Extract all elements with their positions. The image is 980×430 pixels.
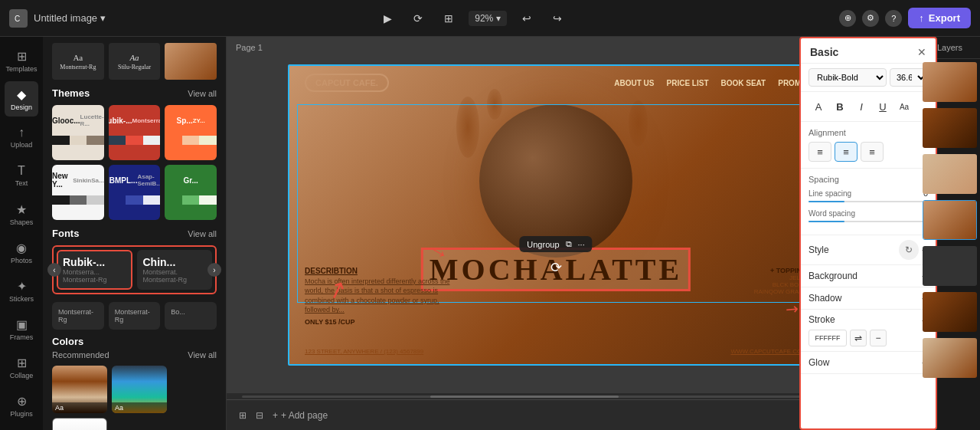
format-underline-button[interactable]: U bbox=[873, 97, 893, 117]
theme-card-ibmpl[interactable]: IBMPL...Asap-SemiB... bbox=[109, 165, 161, 220]
colors-view-all[interactable]: View all bbox=[188, 350, 217, 359]
font-grid: Rubik-... Montserra... Montserrat-Rg Chi… bbox=[52, 245, 217, 294]
format-italic-button[interactable]: I bbox=[851, 97, 871, 117]
font-card-montserrat-sub1[interactable]: Montserrat-Rg bbox=[52, 302, 104, 330]
share-icon[interactable]: ⊕ bbox=[839, 10, 856, 27]
color-grid: Aa Aa A bbox=[52, 366, 217, 430]
layer-thumb-7[interactable] bbox=[923, 338, 977, 378]
font-sample-montserrat-rg[interactable]: Aa Montserrat-Rg bbox=[52, 43, 104, 80]
layer-thumb-6[interactable] bbox=[923, 292, 977, 332]
themes-view-all[interactable]: View all bbox=[188, 89, 217, 98]
theme-card-newy[interactable]: New Y...SinkinSa... bbox=[52, 165, 104, 220]
align-right-button[interactable]: ≡ bbox=[861, 142, 884, 162]
play-button[interactable]: ▶ bbox=[377, 8, 398, 29]
theme-card-rubik[interactable]: Rubik-...Montserra... bbox=[109, 105, 161, 160]
coffee-circle bbox=[479, 104, 632, 258]
file-name[interactable]: Untitled image ▾ bbox=[34, 12, 106, 24]
format-bold-button[interactable]: B bbox=[830, 97, 850, 117]
stroke-row: Stroke + FFFFFF ⇌ − bbox=[801, 310, 936, 352]
fonts-view-all[interactable]: View all bbox=[188, 229, 217, 238]
canvas-area: Page 1 CAPCUT CAFE. ABOUT US PRICE LIST … bbox=[227, 37, 885, 430]
prop-title: Basic bbox=[810, 46, 838, 58]
layout-button[interactable]: ⊞ bbox=[438, 8, 459, 29]
word-spacing-slider[interactable] bbox=[808, 221, 928, 222]
layer-thumb-4[interactable] bbox=[923, 200, 977, 240]
settings-icon[interactable]: ⚙ bbox=[862, 10, 879, 27]
font-sample-stilu-regular[interactable]: Aa Stilu-Regular bbox=[109, 43, 161, 80]
style-refresh-button[interactable]: ↻ bbox=[899, 240, 919, 260]
sidebar-item-plugins[interactable]: ⊕ Plugins bbox=[5, 389, 38, 424]
ungroup-bar: Ungroup ⧉ ··· bbox=[519, 236, 592, 252]
sidebar-item-upload[interactable]: ↑ Upload bbox=[5, 120, 38, 155]
font-card-chin[interactable]: Chin... Montserrat. Montserrat-Rg bbox=[137, 250, 213, 290]
theme-card-sp[interactable]: Sp...ZY... bbox=[165, 105, 217, 160]
prop-close-button[interactable]: ✕ bbox=[917, 46, 926, 58]
line-spacing-label: Line spacing bbox=[808, 189, 905, 198]
app-logo[interactable]: C bbox=[9, 9, 28, 28]
font-card-rubik[interactable]: Rubik-... Montserra... Montserrat-Rg bbox=[57, 250, 132, 290]
layer-thumb-1[interactable] bbox=[923, 62, 977, 102]
font-nav-prev[interactable]: ‹ bbox=[47, 263, 61, 277]
theme-card-gr[interactable]: Gr... bbox=[165, 165, 217, 220]
main-area: ⊞ Templates ◆ Design ↑ Upload T Text ★ S… bbox=[0, 37, 980, 430]
layer-thumb-3[interactable] bbox=[923, 154, 977, 194]
layer-thumb-2[interactable] bbox=[923, 108, 977, 148]
sidebar-item-collage[interactable]: ⊞ Collage bbox=[5, 350, 38, 386]
font-card-montserrat-sub2[interactable]: Montserrat-Rg bbox=[109, 302, 161, 330]
refresh-button[interactable]: ⟳ bbox=[407, 8, 429, 29]
design-footer: 123 STREET, ANYWHERE / (123) 4567899 WWW… bbox=[305, 348, 807, 355]
copy-icon[interactable]: ⧉ bbox=[566, 239, 572, 249]
undo-button[interactable]: ↩ bbox=[516, 8, 537, 29]
format-a-button[interactable]: A bbox=[808, 97, 828, 117]
zoom-control[interactable]: 92% ▾ bbox=[469, 11, 507, 26]
word-spacing-row: Word spacing 0 bbox=[808, 208, 928, 218]
format-case-button[interactable]: Aa bbox=[894, 97, 914, 117]
color-swatch-blue[interactable]: Aa bbox=[112, 366, 167, 413]
ungroup-button[interactable]: Ungroup bbox=[527, 240, 559, 249]
sidebar-item-shapes[interactable]: ★ Shapes bbox=[5, 196, 38, 231]
fonts-header: Fonts View all bbox=[52, 228, 217, 239]
spacing-section: Spacing Line spacing 0 Word spacing 0 bbox=[801, 169, 936, 235]
help-icon[interactable]: ? bbox=[885, 10, 902, 27]
color-swatch-mono[interactable]: A bbox=[52, 418, 107, 430]
glow-label: Glow bbox=[808, 357, 829, 368]
theme-card-glooc[interactable]: Glooc...Lucette-R... bbox=[52, 105, 104, 160]
nav-price-list: PRICE LIST bbox=[666, 79, 708, 87]
more-options-icon[interactable]: ··· bbox=[578, 240, 585, 249]
add-page-button[interactable]: + + Add page bbox=[273, 410, 328, 421]
sidebar-item-frames[interactable]: ▣ Frames bbox=[5, 312, 38, 347]
font-nav-next[interactable]: › bbox=[207, 263, 221, 277]
alignment-title: Alignment bbox=[808, 128, 928, 137]
export-button[interactable]: ↑ Export bbox=[908, 8, 971, 28]
nav-book-seat: BOOK SEAT bbox=[721, 79, 766, 87]
font-card-bo[interactable]: Bo... bbox=[165, 302, 217, 330]
redo-button[interactable]: ↪ bbox=[547, 8, 568, 29]
line-spacing-slider[interactable] bbox=[808, 201, 928, 202]
color-swatch-warm[interactable]: Aa bbox=[52, 366, 107, 413]
cafe-logo: CAPCUT CAFE. bbox=[305, 74, 389, 92]
refresh-canvas-icon[interactable]: ⟳ bbox=[550, 259, 562, 276]
sidebar-item-text[interactable]: T Text bbox=[5, 158, 38, 193]
canvas-scroll[interactable] bbox=[227, 393, 885, 399]
recommended-header: Recommended View all bbox=[52, 350, 217, 359]
canvas-container[interactable]: CAPCUT CAFE. ABOUT US PRICE LIST BOOK SE… bbox=[227, 37, 885, 393]
stroke-color-box[interactable]: FFFFFF bbox=[808, 330, 847, 346]
sidebar-item-design[interactable]: ◆ Design bbox=[5, 81, 38, 117]
sidebar-item-templates[interactable]: ⊞ Templates bbox=[5, 43, 38, 78]
stroke-adjust-button[interactable]: ⇌ bbox=[850, 330, 867, 346]
desc-price: ONLY $15 /CUP bbox=[305, 318, 458, 326]
font-select[interactable]: Rubik-Bold bbox=[808, 68, 887, 87]
toolbar-center: ▶ ⟳ ⊞ 92% ▾ ↩ ↪ bbox=[112, 8, 833, 29]
align-center-button[interactable]: ≡ bbox=[835, 142, 858, 162]
align-left-button[interactable]: ≡ bbox=[808, 142, 831, 162]
sidebar-item-stickers[interactable]: ✦ Stickers bbox=[5, 274, 38, 309]
stroke-controls: FFFFFF ⇌ − bbox=[808, 330, 928, 346]
sidebar-item-photos[interactable]: ◉ Photos bbox=[5, 235, 38, 270]
colors-title: Colors bbox=[52, 336, 83, 347]
page-icon: ⊞ bbox=[239, 410, 247, 421]
font-sample-preview[interactable] bbox=[165, 43, 217, 80]
website: WWW.CAPCUTCAFE.COM bbox=[730, 348, 807, 355]
stroke-minus-button[interactable]: − bbox=[870, 330, 887, 346]
background-label: Background bbox=[808, 271, 858, 281]
layer-thumb-5[interactable] bbox=[923, 246, 977, 286]
